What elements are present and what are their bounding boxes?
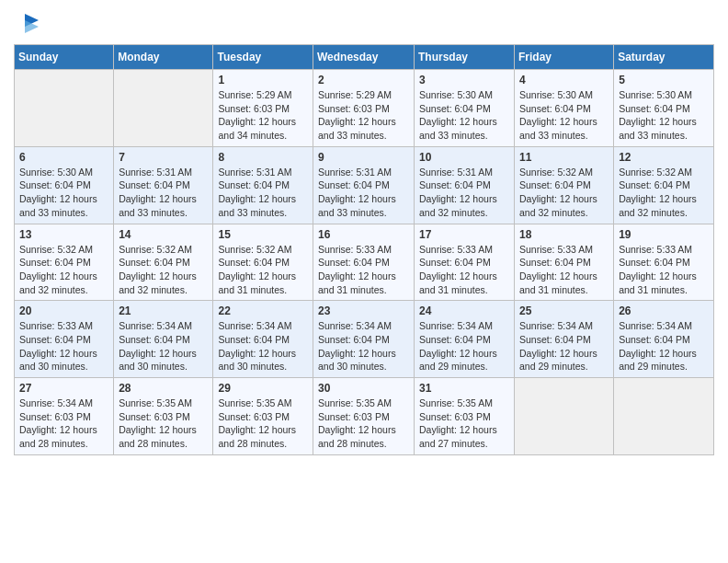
day-info: Sunrise: 5:30 AM Sunset: 6:04 PM Dayligh… — [19, 166, 108, 220]
day-number: 10 — [419, 151, 509, 164]
day-info: Sunrise: 5:33 AM Sunset: 6:04 PM Dayligh… — [519, 243, 609, 297]
calendar-cell: 6 Sunrise: 5:30 AM Sunset: 6:04 PM Dayli… — [15, 146, 114, 224]
calendar-cell: 30 Sunrise: 5:35 AM Sunset: 6:03 PM Dayl… — [313, 378, 415, 455]
day-number: 15 — [218, 228, 308, 241]
calendar-cell: 4 Sunrise: 5:30 AM Sunset: 6:04 PM Dayli… — [515, 70, 614, 147]
calendar-cell: 31 Sunrise: 5:35 AM Sunset: 6:03 PM Dayl… — [415, 378, 515, 455]
calendar-cell: 25 Sunrise: 5:34 AM Sunset: 6:04 PM Dayl… — [515, 301, 614, 378]
day-number: 14 — [119, 228, 208, 241]
day-number: 2 — [318, 74, 409, 86]
day-info: Sunrise: 5:34 AM Sunset: 6:04 PM Dayligh… — [119, 319, 208, 373]
day-number: 27 — [19, 382, 108, 395]
calendar-cell — [114, 70, 213, 147]
day-number: 26 — [619, 304, 709, 317]
day-info: Sunrise: 5:34 AM Sunset: 6:04 PM Dayligh… — [619, 319, 709, 373]
day-info: Sunrise: 5:29 AM Sunset: 6:03 PM Dayligh… — [318, 88, 409, 143]
day-number: 12 — [619, 151, 709, 164]
calendar-week-row: 27 Sunrise: 5:34 AM Sunset: 6:03 PM Dayl… — [15, 378, 714, 455]
day-number: 13 — [19, 228, 108, 241]
day-info: Sunrise: 5:33 AM Sunset: 6:04 PM Dayligh… — [619, 243, 709, 297]
day-info: Sunrise: 5:34 AM Sunset: 6:03 PM Dayligh… — [19, 396, 108, 451]
day-header-saturday: Saturday — [614, 45, 714, 70]
day-info: Sunrise: 5:33 AM Sunset: 6:04 PM Dayligh… — [419, 243, 509, 297]
day-info: Sunrise: 5:32 AM Sunset: 6:04 PM Dayligh… — [218, 243, 308, 297]
calendar-cell: 28 Sunrise: 5:35 AM Sunset: 6:03 PM Dayl… — [114, 378, 213, 455]
calendar-week-row: 1 Sunrise: 5:29 AM Sunset: 6:03 PM Dayli… — [15, 70, 714, 147]
day-info: Sunrise: 5:34 AM Sunset: 6:04 PM Dayligh… — [318, 319, 409, 373]
day-info: Sunrise: 5:33 AM Sunset: 6:04 PM Dayligh… — [19, 319, 108, 373]
calendar-cell: 23 Sunrise: 5:34 AM Sunset: 6:04 PM Dayl… — [313, 301, 415, 378]
calendar-cell: 29 Sunrise: 5:35 AM Sunset: 6:03 PM Dayl… — [213, 378, 313, 455]
calendar-cell: 15 Sunrise: 5:32 AM Sunset: 6:04 PM Dayl… — [213, 224, 313, 301]
calendar-cell: 13 Sunrise: 5:32 AM Sunset: 6:04 PM Dayl… — [15, 224, 114, 301]
day-info: Sunrise: 5:35 AM Sunset: 6:03 PM Dayligh… — [119, 396, 208, 451]
calendar-table: SundayMondayTuesdayWednesdayThursdayFrid… — [14, 44, 714, 455]
day-info: Sunrise: 5:32 AM Sunset: 6:04 PM Dayligh… — [619, 166, 709, 220]
day-header-monday: Monday — [114, 45, 213, 70]
day-number: 6 — [19, 151, 108, 164]
day-info: Sunrise: 5:35 AM Sunset: 6:03 PM Dayligh… — [218, 396, 308, 451]
day-info: Sunrise: 5:32 AM Sunset: 6:04 PM Dayligh… — [119, 243, 208, 297]
day-info: Sunrise: 5:30 AM Sunset: 6:04 PM Dayligh… — [619, 88, 709, 143]
calendar-cell: 27 Sunrise: 5:34 AM Sunset: 6:03 PM Dayl… — [15, 378, 114, 455]
day-info: Sunrise: 5:29 AM Sunset: 6:03 PM Dayligh… — [218, 88, 308, 143]
day-header-friday: Friday — [515, 45, 614, 70]
day-number: 4 — [519, 74, 609, 86]
day-header-thursday: Thursday — [415, 45, 515, 70]
day-info: Sunrise: 5:34 AM Sunset: 6:04 PM Dayligh… — [419, 319, 509, 373]
day-header-tuesday: Tuesday — [213, 45, 313, 70]
day-number: 21 — [119, 304, 208, 317]
calendar-cell: 3 Sunrise: 5:30 AM Sunset: 6:04 PM Dayli… — [415, 70, 515, 147]
calendar-cell: 12 Sunrise: 5:32 AM Sunset: 6:04 PM Dayl… — [614, 146, 714, 224]
day-number: 16 — [318, 228, 409, 241]
calendar-cell: 14 Sunrise: 5:32 AM Sunset: 6:04 PM Dayl… — [114, 224, 213, 301]
calendar-week-row: 6 Sunrise: 5:30 AM Sunset: 6:04 PM Dayli… — [15, 146, 714, 224]
calendar-week-row: 20 Sunrise: 5:33 AM Sunset: 6:04 PM Dayl… — [15, 301, 714, 378]
calendar-cell: 8 Sunrise: 5:31 AM Sunset: 6:04 PM Dayli… — [213, 146, 313, 224]
day-number: 24 — [419, 304, 509, 317]
day-info: Sunrise: 5:31 AM Sunset: 6:04 PM Dayligh… — [119, 166, 208, 220]
day-info: Sunrise: 5:31 AM Sunset: 6:04 PM Dayligh… — [419, 166, 509, 220]
day-number: 11 — [519, 151, 609, 164]
day-number: 20 — [19, 304, 108, 317]
day-number: 19 — [619, 228, 709, 241]
day-info: Sunrise: 5:32 AM Sunset: 6:04 PM Dayligh… — [519, 166, 609, 220]
logo-icon — [16, 9, 43, 37]
day-number: 30 — [318, 382, 409, 395]
day-number: 1 — [218, 74, 308, 86]
calendar-cell — [515, 378, 614, 455]
day-number: 7 — [119, 151, 208, 164]
calendar-cell: 21 Sunrise: 5:34 AM Sunset: 6:04 PM Dayl… — [114, 301, 213, 378]
day-number: 8 — [218, 151, 308, 164]
calendar-cell: 16 Sunrise: 5:33 AM Sunset: 6:04 PM Dayl… — [313, 224, 415, 301]
day-info: Sunrise: 5:31 AM Sunset: 6:04 PM Dayligh… — [318, 166, 409, 220]
day-info: Sunrise: 5:32 AM Sunset: 6:04 PM Dayligh… — [19, 243, 108, 297]
day-number: 31 — [419, 382, 509, 395]
calendar-cell: 17 Sunrise: 5:33 AM Sunset: 6:04 PM Dayl… — [415, 224, 515, 301]
calendar-cell: 1 Sunrise: 5:29 AM Sunset: 6:03 PM Dayli… — [213, 70, 313, 147]
calendar-cell: 26 Sunrise: 5:34 AM Sunset: 6:04 PM Dayl… — [614, 301, 714, 378]
calendar-cell: 7 Sunrise: 5:31 AM Sunset: 6:04 PM Dayli… — [114, 146, 213, 224]
day-info: Sunrise: 5:35 AM Sunset: 6:03 PM Dayligh… — [419, 396, 509, 451]
calendar-cell: 24 Sunrise: 5:34 AM Sunset: 6:04 PM Dayl… — [415, 301, 515, 378]
page-header — [14, 9, 714, 37]
calendar-cell: 9 Sunrise: 5:31 AM Sunset: 6:04 PM Dayli… — [313, 146, 415, 224]
day-header-wednesday: Wednesday — [313, 45, 415, 70]
day-header-sunday: Sunday — [15, 45, 114, 70]
calendar-cell: 2 Sunrise: 5:29 AM Sunset: 6:03 PM Dayli… — [313, 70, 415, 147]
day-number: 17 — [419, 228, 509, 241]
calendar-cell: 20 Sunrise: 5:33 AM Sunset: 6:04 PM Dayl… — [15, 301, 114, 378]
day-info: Sunrise: 5:34 AM Sunset: 6:04 PM Dayligh… — [519, 319, 609, 373]
calendar-cell: 19 Sunrise: 5:33 AM Sunset: 6:04 PM Dayl… — [614, 224, 714, 301]
day-info: Sunrise: 5:30 AM Sunset: 6:04 PM Dayligh… — [519, 88, 609, 143]
calendar-header-row: SundayMondayTuesdayWednesdayThursdayFrid… — [15, 45, 714, 70]
day-number: 29 — [218, 382, 308, 395]
logo — [14, 9, 43, 37]
calendar-cell: 5 Sunrise: 5:30 AM Sunset: 6:04 PM Dayli… — [614, 70, 714, 147]
day-number: 23 — [318, 304, 409, 317]
day-info: Sunrise: 5:31 AM Sunset: 6:04 PM Dayligh… — [218, 166, 308, 220]
calendar-cell: 22 Sunrise: 5:34 AM Sunset: 6:04 PM Dayl… — [213, 301, 313, 378]
day-number: 18 — [519, 228, 609, 241]
day-number: 22 — [218, 304, 308, 317]
calendar-cell — [614, 378, 714, 455]
